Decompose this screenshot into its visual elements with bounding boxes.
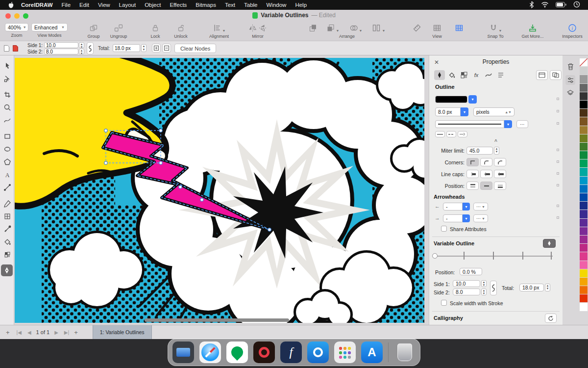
palette-swatch[interactable] (580, 117, 588, 125)
wifi-icon[interactable] (541, 1, 549, 9)
variable-outline-tool-button[interactable] (543, 239, 556, 248)
palette-swatch[interactable] (580, 151, 588, 159)
menu-item-edit[interactable]: Edit (79, 2, 89, 8)
dock-icon-photo-paint[interactable] (253, 342, 275, 363)
horizontal-scrollbar[interactable] (145, 318, 289, 322)
arrow-start-dropdown[interactable]: ▼ (463, 203, 470, 210)
outline-width-value[interactable]: 8.0 px (435, 107, 461, 116)
bluetooth-icon[interactable] (529, 1, 534, 9)
palette-swatch[interactable] (580, 193, 588, 201)
snap-to-icon[interactable]: ▼ (481, 23, 510, 32)
dock-icon-appstore[interactable]: A (361, 342, 383, 363)
side1-input[interactable] (44, 42, 78, 48)
menu-item-file[interactable]: File (62, 2, 71, 8)
clear-nodes-button[interactable]: Clear Nodes (174, 44, 216, 53)
vo-position-value[interactable]: 0.0 % (460, 268, 482, 275)
doc-page-icon[interactable] (3, 45, 10, 52)
palette-swatch[interactable] (580, 185, 588, 193)
pen-tool[interactable] (0, 197, 14, 210)
apple-menu-icon[interactable] (8, 1, 14, 9)
menu-item-help[interactable]: Help (295, 2, 307, 8)
arrow-start-select[interactable]: - (443, 203, 463, 210)
palette-swatch[interactable] (580, 101, 588, 108)
mirror-vertical-icon[interactable] (258, 24, 268, 32)
side2-input[interactable] (44, 49, 78, 54)
wireframe-view-button[interactable] (536, 70, 548, 80)
tab-effects-icon[interactable]: fx (471, 70, 482, 80)
alignment-icon[interactable]: ▼ (208, 23, 230, 32)
menu-item-effects[interactable]: Effects (170, 2, 187, 8)
grid-view-icon[interactable] (427, 23, 447, 32)
doc-red-icon[interactable] (12, 45, 19, 52)
dock-icon-connect[interactable] (307, 342, 329, 363)
arrow-end-dropdown[interactable]: ▼ (463, 214, 470, 222)
unlock-icon[interactable] (172, 23, 190, 32)
arrow-start-options-button[interactable]: ⋯▼ (473, 203, 488, 210)
dock-icon-launchpad[interactable] (334, 342, 356, 363)
palette-swatch[interactable] (580, 202, 588, 210)
crop-tool[interactable] (0, 88, 14, 101)
dock-icon-display[interactable] (172, 342, 194, 363)
menu-item-window[interactable]: Window (266, 2, 286, 8)
slider-tick-3[interactable] (522, 252, 523, 260)
zoom-tool[interactable] (0, 101, 14, 114)
remove-node-button[interactable] (162, 44, 171, 53)
menu-item-object[interactable]: Object (145, 2, 161, 8)
polygon-tool[interactable] (0, 156, 14, 168)
palette-swatch[interactable] (580, 244, 588, 252)
palette-swatch[interactable] (580, 210, 588, 218)
inspectors-icon[interactable]: i (558, 23, 587, 32)
first-page-button[interactable]: |◀ (17, 330, 22, 335)
next-page-button[interactable]: ▶ (54, 330, 58, 335)
menu-item-view[interactable]: View (98, 2, 110, 8)
battery-icon[interactable] (556, 2, 566, 8)
cap-round-button[interactable] (480, 170, 492, 178)
corner-round-button[interactable] (480, 158, 492, 166)
tab-summary-icon[interactable] (495, 70, 506, 80)
position-outside-button[interactable] (466, 182, 479, 190)
pixel-grid-icon[interactable] (452, 23, 466, 32)
total-input[interactable] (113, 44, 140, 52)
arrow-end-select[interactable]: - (443, 214, 463, 222)
palette-swatch[interactable] (580, 227, 588, 235)
shape-tool[interactable] (0, 72, 14, 85)
to-front-icon[interactable] (309, 24, 318, 32)
slider-handle-start[interactable] (432, 253, 438, 259)
canvas-zoom-icon[interactable] (417, 315, 423, 321)
line-style-dropdown[interactable]: ▼ (504, 120, 512, 128)
app-menu-coreldraw[interactable]: CorelDRAW (21, 2, 53, 8)
miter-limit-value[interactable]: 45.0 (466, 147, 493, 155)
tab-outline-pen-icon[interactable] (434, 70, 445, 80)
vo-link-sides-toggle[interactable] (490, 281, 497, 295)
vo-total-value[interactable]: 18.0 px (519, 284, 544, 291)
freehand-tool[interactable] (0, 114, 14, 127)
slider-tick-4[interactable] (551, 252, 552, 260)
palette-swatch[interactable] (580, 109, 588, 117)
menu-item-table[interactable]: Table (244, 2, 258, 8)
transparency-tool[interactable] (0, 248, 14, 261)
split-view-button[interactable] (550, 70, 562, 80)
outline-color-dropdown[interactable]: ▼ (468, 95, 477, 104)
position-centered-button[interactable] (480, 182, 492, 190)
group-icon[interactable] (84, 23, 103, 32)
vo-total-stepper[interactable]: ▲▼ (545, 284, 550, 291)
collapse-section-chevron[interactable]: ^ (429, 139, 563, 144)
palette-swatch[interactable] (580, 58, 588, 66)
palette-swatch[interactable] (580, 67, 588, 75)
control-center-icon[interactable] (573, 1, 580, 9)
fill-tool[interactable] (0, 236, 14, 248)
share-attributes-checkbox[interactable] (441, 226, 447, 232)
palette-swatch[interactable] (580, 143, 588, 151)
variable-outline-tool[interactable] (1, 264, 13, 276)
palette-swatch[interactable] (580, 303, 588, 311)
palette-swatch[interactable] (580, 126, 588, 134)
zoom-level-select[interactable]: 400%▼ (5, 23, 28, 31)
side2-stepper[interactable]: ▲▼ (79, 49, 84, 54)
pick-tool[interactable] (0, 59, 14, 72)
dock-icon-coreldraw[interactable] (226, 342, 248, 363)
tab-transparency-icon[interactable] (459, 70, 469, 80)
rectangle-tool[interactable] (0, 130, 14, 143)
view-modes-select[interactable]: Enhanced▼ (31, 23, 68, 31)
dash-style-button-3[interactable] (458, 131, 467, 137)
miter-limit-stepper[interactable]: ▲▼ (494, 147, 499, 155)
